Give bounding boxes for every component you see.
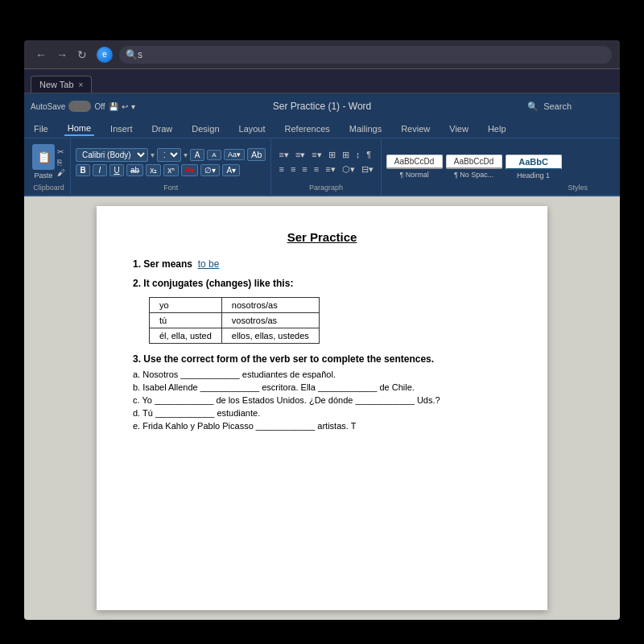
- document-area: Ser Practice 1. Ser means to be 2. It co…: [24, 196, 620, 620]
- refresh-button[interactable]: ↻: [74, 47, 90, 63]
- word-titlebar: AutoSave Off 💾 ↩ ▾ Ser Practice (1) - Wo…: [24, 93, 620, 119]
- italic-button[interactable]: I: [93, 164, 107, 176]
- search-icon: 🔍: [126, 49, 138, 60]
- font-color-button[interactable]: A▾: [181, 164, 199, 176]
- undo-icon[interactable]: ↩: [122, 102, 128, 111]
- menu-design[interactable]: Design: [188, 122, 222, 135]
- sentence-b: b. Isabel Allende ____________ escritora…: [133, 382, 511, 392]
- font-row2: B I U ab x₂ xⁿ A▾ ∅▾ A▾: [76, 164, 266, 176]
- font-size-separator: ▾: [151, 151, 155, 159]
- ribbon-toolbar: 📋 Paste ✂ ⎘ 🖌 Clipboard Calibri (Body): [24, 138, 620, 196]
- heading1-style-button[interactable]: AaBbC: [506, 155, 562, 170]
- clipboard-content: 📋 Paste ✂ ⎘ 🖌: [32, 142, 65, 182]
- bullets-button[interactable]: ≡▾: [276, 149, 291, 161]
- para-group: ≡▾ ≡▾ ≡▾ ⊞ ⊞ ↕ ¶ ≡ ≡ ≡ ≡ ≡▾ ⬡▾: [276, 149, 375, 175]
- text-color-button[interactable]: A▾: [222, 164, 240, 176]
- numbering-button[interactable]: ≡▾: [293, 149, 308, 161]
- copy-button[interactable]: ⎘: [57, 158, 65, 167]
- clear-format-button[interactable]: Ab: [247, 148, 266, 161]
- table-row: tú vosotros/as: [150, 313, 320, 328]
- menu-review[interactable]: Review: [398, 122, 433, 135]
- strikethrough-button[interactable]: ab: [126, 164, 143, 176]
- sentences-list: a. Nosotros ____________ estudiantes de …: [133, 369, 511, 431]
- align-left-button[interactable]: ≡: [276, 163, 286, 175]
- font-size-select[interactable]: 12: [157, 148, 181, 162]
- table-row: yo nosotros/as: [150, 298, 320, 313]
- line-spacing-button[interactable]: ≡▾: [323, 163, 337, 175]
- search-label: Search: [543, 101, 572, 111]
- more-icon[interactable]: ▾: [131, 102, 135, 111]
- q2-label: 2. It conjugates (changes) like this:: [133, 278, 293, 289]
- align-center-button[interactable]: ≡: [288, 163, 298, 175]
- ellos-ellas-cell: ellos, ellas, ustedes: [221, 328, 319, 344]
- highlight-button[interactable]: ∅▾: [200, 164, 220, 176]
- font-size-arrows: ▾: [184, 151, 188, 159]
- menu-layout[interactable]: Layout: [236, 122, 269, 135]
- document-page[interactable]: Ser Practice 1. Ser means to be 2. It co…: [97, 206, 547, 610]
- paste-label: Paste: [34, 171, 52, 180]
- menu-references[interactable]: References: [282, 122, 333, 135]
- justify-button[interactable]: ≡: [312, 163, 321, 175]
- change-case-button[interactable]: Aa▾: [224, 149, 245, 160]
- menu-view[interactable]: View: [446, 122, 472, 135]
- paste-button[interactable]: 📋 Paste: [32, 144, 55, 180]
- ribbon-menubar: File Home Insert Draw Design Layout Refe…: [24, 119, 620, 138]
- autosave-toggle[interactable]: [68, 101, 91, 112]
- browser-icon: e: [97, 47, 113, 63]
- no-spacing-style-button[interactable]: AaBbCcDd: [446, 155, 502, 169]
- back-button[interactable]: ←: [32, 47, 50, 63]
- paragraph-label: Paragraph: [309, 182, 343, 192]
- align-right-button[interactable]: ≡: [299, 163, 309, 175]
- q1-answer: to be: [198, 258, 220, 270]
- subscript-button[interactable]: x₂: [146, 164, 161, 176]
- cut-button[interactable]: ✂: [57, 147, 65, 156]
- address-bar[interactable]: 🔍 s: [119, 46, 612, 64]
- vosotros-cell: vosotros/as: [221, 313, 319, 328]
- shading-button[interactable]: ⬡▾: [340, 163, 357, 175]
- question-1: 1. Ser means to be: [133, 258, 511, 270]
- font-controls: Calibri (Body) ▾ 12 ▾ A A Aa▾ Ab B: [76, 148, 266, 176]
- question-3-section: 3. Use the correct form of the verb ser …: [133, 353, 511, 431]
- sentence-e: e. Frida Kahlo y Pablo Picasso _________…: [133, 421, 511, 431]
- question-2: 2. It conjugates (changes) like this:: [133, 278, 511, 289]
- format-painter-button[interactable]: 🖌: [57, 168, 65, 177]
- no-spacing-style-label: ¶ No Spac...: [454, 171, 493, 179]
- decrease-indent-button[interactable]: ⊞: [326, 149, 338, 161]
- sentence-c: c. Yo ____________ de los Estados Unidos…: [133, 395, 511, 405]
- normal-style-button[interactable]: AaBbCcDd: [386, 155, 443, 169]
- tab-close-button[interactable]: ×: [79, 80, 84, 89]
- paragraph-content: ≡▾ ≡▾ ≡▾ ⊞ ⊞ ↕ ¶ ≡ ≡ ≡ ≡ ≡▾ ⬡▾: [276, 142, 375, 182]
- el-ella-cell: él, ella, usted: [150, 328, 222, 344]
- word-title: Ser Practice (1) - Word: [273, 101, 371, 112]
- forward-button[interactable]: →: [53, 47, 71, 63]
- font-content: Calibri (Body) ▾ 12 ▾ A A Aa▾ Ab B: [76, 142, 266, 182]
- menu-insert[interactable]: Insert: [107, 122, 136, 135]
- styles-label: Styles: [568, 182, 588, 192]
- word-search-area: 🔍 Search: [527, 101, 572, 112]
- superscript-button[interactable]: xⁿ: [163, 164, 179, 176]
- menu-help[interactable]: Help: [485, 122, 510, 135]
- new-tab[interactable]: New Tab ×: [31, 76, 92, 93]
- bold-button[interactable]: B: [76, 164, 90, 176]
- borders-button[interactable]: ⊟▾: [359, 163, 376, 175]
- show-formatting-button[interactable]: ¶: [364, 149, 374, 160]
- clipboard-label: Clipboard: [33, 182, 64, 192]
- menu-home[interactable]: Home: [64, 122, 94, 136]
- sort-button[interactable]: ↕: [353, 149, 363, 160]
- multilevel-button[interactable]: ≡▾: [309, 149, 324, 161]
- menu-file[interactable]: File: [31, 122, 52, 135]
- save-icon[interactable]: 💾: [109, 102, 118, 111]
- underline-button[interactable]: U: [109, 164, 124, 176]
- font-shrink-button[interactable]: A: [207, 150, 221, 160]
- menu-mailings[interactable]: Mailings: [346, 122, 385, 135]
- style-normal: AaBbCcDd ¶ Normal: [386, 155, 443, 179]
- font-name-select[interactable]: Calibri (Body): [76, 148, 148, 162]
- cut-copy-paste-format: ✂ ⎘ 🖌: [57, 147, 65, 177]
- q3-label: 3. Use the correct form of the verb ser …: [133, 353, 434, 365]
- increase-indent-button[interactable]: ⊞: [340, 149, 352, 161]
- para-row2: ≡ ≡ ≡ ≡ ≡▾ ⬡▾ ⊟▾: [276, 163, 375, 175]
- heading1-style-label: Heading 1: [517, 171, 550, 180]
- menu-draw[interactable]: Draw: [149, 122, 176, 135]
- font-grow-button[interactable]: A: [190, 149, 204, 161]
- document-title: Ser Practice: [133, 230, 511, 244]
